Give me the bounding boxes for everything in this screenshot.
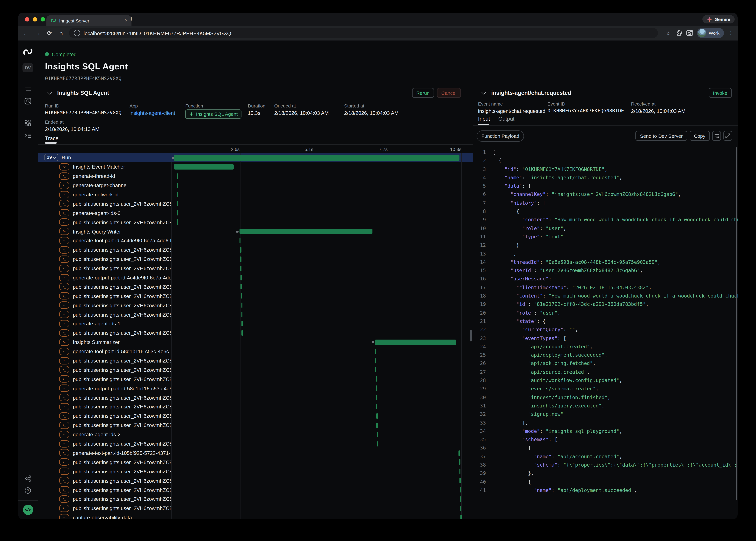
trace-row[interactable]: >_generate-target-channel (38, 181, 473, 190)
span-tick[interactable] (376, 395, 378, 400)
address-bar[interactable]: i localhost:8288/run?runID=01KHRMF677RJP… (69, 28, 658, 38)
trace-row[interactable]: >_publish:user:insights:user_2VH6zowmhZC… (38, 365, 473, 374)
span-tick[interactable] (460, 515, 462, 519)
help-icon[interactable]: ? (22, 485, 34, 496)
expand-icon[interactable] (723, 131, 732, 141)
bookmark-star-icon[interactable]: ☆ (663, 30, 674, 37)
trace-row[interactable]: ∿Insights Event Matcher (38, 162, 473, 172)
invoke-button[interactable]: Invoke (709, 88, 732, 98)
code-scrollbar[interactable] (735, 147, 737, 500)
event-search-icon[interactable] (22, 96, 34, 107)
function-pill[interactable]: Insights SQL Agent (185, 110, 242, 119)
trace-row[interactable]: >_publish:user:insights:user_2VH6zowmhZC… (38, 411, 473, 421)
span-bar[interactable] (240, 229, 373, 234)
span-tick[interactable] (177, 183, 178, 188)
span-tick[interactable] (240, 256, 242, 262)
span-tick[interactable] (376, 404, 378, 409)
collapse-chevron-icon[interactable] (47, 90, 52, 95)
trace-row[interactable]: >_publish:user:insights:user_2VH6zowmhZC… (38, 282, 473, 291)
trace-row[interactable]: >_publish:user:insights:user_2VH6zowmhZC… (38, 504, 473, 513)
span-tick[interactable] (459, 459, 460, 465)
span-tick[interactable] (376, 386, 378, 391)
trace-row[interactable]: >_generate-network-id (38, 190, 473, 199)
trace-row[interactable]: >_publish:user:insights:user_2VH6zowmhZC… (38, 393, 473, 402)
span-tick[interactable] (242, 330, 243, 336)
span-tick[interactable] (377, 432, 378, 437)
reload-icon[interactable]: ⟳ (44, 30, 55, 37)
gemini-badge[interactable]: Gemini (702, 15, 735, 23)
span-tick[interactable] (459, 478, 461, 483)
trace-row[interactable]: >_publish:user:insights:user_2VH6zowmhZC… (38, 199, 473, 208)
span-tick[interactable] (177, 192, 178, 197)
minimize-window-icon[interactable] (33, 17, 37, 22)
trace-row[interactable]: >_publish:user:insights:user_2VH6zowmhZC… (38, 356, 473, 365)
span-tick[interactable] (240, 247, 242, 253)
functions-icon[interactable] (22, 130, 34, 141)
span-tick[interactable] (241, 302, 243, 308)
trace-row[interactable]: >_generate-output-part-id-58d1b116-c53c-… (38, 384, 473, 393)
send-to-dev-server-button[interactable]: Send to Dev Server (636, 131, 687, 141)
span-tick[interactable] (241, 293, 242, 299)
dev-server-badge[interactable]: DV (22, 63, 33, 72)
browser-tab[interactable]: Inngest Server × (46, 15, 132, 26)
dev-tools-code-button[interactable]: </> (23, 505, 33, 515)
span-bar[interactable] (174, 164, 234, 170)
home-icon[interactable]: ⌂ (55, 30, 67, 37)
span-bar[interactable] (174, 155, 459, 161)
profile-chip[interactable]: Work (697, 28, 724, 38)
trace-scrollbar[interactable] (470, 330, 472, 341)
site-info-icon[interactable]: i (74, 30, 80, 36)
trace-row[interactable]: >_publish:user:insights:user_2VH6zowmhZC… (38, 467, 473, 476)
span-tick[interactable] (240, 266, 242, 271)
trace-row[interactable]: >_generate-thread-id (38, 171, 473, 181)
span-tick[interactable] (177, 173, 178, 179)
trace-row[interactable]: >_publish:user:insights:user_2VH6zowmhZC… (38, 218, 473, 227)
trace-row[interactable]: >_publish:user:insights:user_2VH6zowmhZC… (38, 328, 473, 337)
function-payload-button[interactable]: Function Payload (476, 130, 524, 142)
copy-button[interactable]: Copy (689, 131, 710, 141)
span-tick[interactable] (460, 496, 461, 502)
span-tick[interactable] (377, 413, 378, 419)
trace-row[interactable]: >_publish:user:insights:user_2VH6zowmhZC… (38, 291, 473, 300)
trace-row[interactable]: >_generate-agent-ids-0 (38, 208, 473, 218)
side-panel-icon[interactable] (684, 30, 695, 36)
trace-row[interactable]: >_publish:user:insights:user_2VH6zowmhZC… (38, 476, 473, 485)
trace-row[interactable]: >_publish:user:insights:user_2VH6zowmhZC… (38, 457, 473, 467)
span-tick[interactable] (460, 487, 461, 492)
runs-list-icon[interactable] (22, 84, 34, 94)
trace-row[interactable]: ∿Insights Summarizer (38, 337, 473, 347)
trace-row[interactable]: >_publish:user:insights:user_2VH6zowmhZC… (38, 300, 473, 310)
span-tick[interactable] (459, 469, 460, 474)
span-tick[interactable] (240, 238, 241, 243)
apps-icon[interactable] (22, 118, 34, 129)
extensions-icon[interactable] (674, 30, 684, 36)
browser-menu-icon[interactable]: ⋮ (726, 30, 736, 36)
payload-code-viewer[interactable]: 1[2 {3 "id": "01KHRMF63Y7AHK7EKFQGN8RTDE… (473, 145, 738, 519)
trace-row[interactable]: >_publish:user:insights:user_2VH6zowmhZC… (38, 310, 473, 319)
trace-row[interactable]: >_publish:user:insights:user_2VH6zowmhZC… (38, 402, 473, 411)
span-tick[interactable] (376, 358, 377, 363)
span-tick[interactable] (376, 376, 377, 382)
trace-row[interactable]: >_publish:user:insights:user_2VH6zowmhZC… (38, 494, 473, 504)
collapse-chevron-icon[interactable] (481, 90, 486, 95)
tab-input[interactable]: Input (478, 116, 490, 122)
span-tick[interactable] (177, 210, 178, 216)
trace-row[interactable]: >_generate-agent-ids-2 (38, 430, 473, 439)
span-tick[interactable] (241, 312, 243, 317)
span-tick[interactable] (375, 349, 376, 354)
trace-row[interactable]: >_publish:user:insights:user_2VH6zowmhZC… (38, 264, 473, 273)
back-icon[interactable]: ← (20, 30, 32, 37)
span-tick[interactable] (177, 201, 178, 206)
span-tick[interactable] (460, 506, 461, 511)
span-bar[interactable] (375, 339, 456, 345)
trace-row-run[interactable]: 39Run (38, 153, 473, 162)
tab-output[interactable]: Output (498, 116, 514, 122)
span-tick[interactable] (241, 275, 242, 280)
trace-row[interactable]: >_publish:user:insights:user_2VH6zowmhZC… (38, 255, 473, 264)
trace-row[interactable]: >_generate-tool-part-id-58d1b116-c53c-4e… (38, 347, 473, 356)
inngest-logo-icon[interactable] (22, 46, 34, 57)
new-tab-icon[interactable]: + (130, 15, 133, 22)
trace-row[interactable]: >_publish:user:insights:user_2VH6zowmhZC… (38, 439, 473, 448)
share-icon[interactable] (22, 473, 34, 484)
field-value[interactable]: insights-agent-client (130, 110, 175, 116)
